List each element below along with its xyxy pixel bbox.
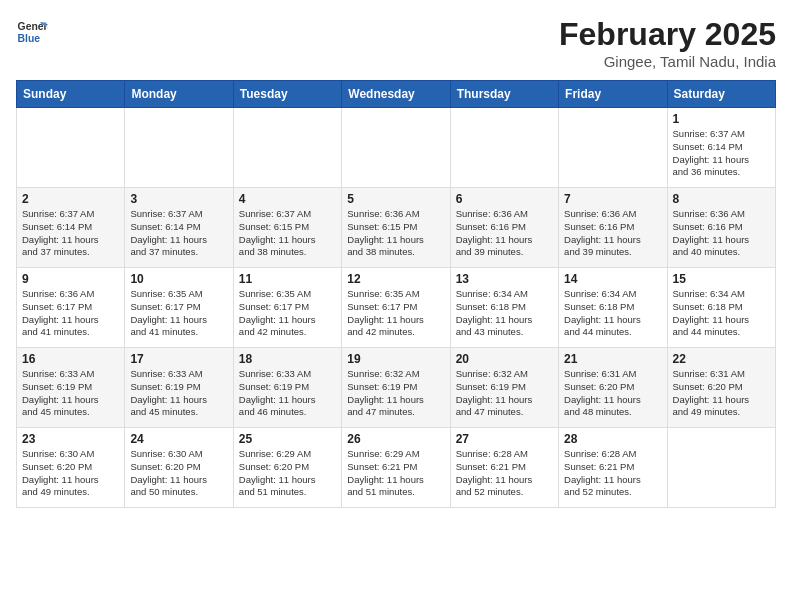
calendar-title: February 2025 [559, 16, 776, 53]
calendar-cell-w4-d4: 27Sunrise: 6:28 AM Sunset: 6:21 PM Dayli… [450, 428, 558, 508]
logo-icon: General Blue [16, 16, 48, 48]
day-number: 1 [673, 112, 770, 126]
calendar-cell-w2-d1: 10Sunrise: 6:35 AM Sunset: 6:17 PM Dayli… [125, 268, 233, 348]
weekday-header-monday: Monday [125, 81, 233, 108]
calendar-cell-w1-d2: 4Sunrise: 6:37 AM Sunset: 6:15 PM Daylig… [233, 188, 341, 268]
day-info: Sunrise: 6:28 AM Sunset: 6:21 PM Dayligh… [564, 448, 661, 499]
weekday-header-tuesday: Tuesday [233, 81, 341, 108]
calendar-cell-w0-d4 [450, 108, 558, 188]
day-info: Sunrise: 6:36 AM Sunset: 6:16 PM Dayligh… [564, 208, 661, 259]
day-number: 28 [564, 432, 661, 446]
day-number: 12 [347, 272, 444, 286]
calendar-cell-w2-d2: 11Sunrise: 6:35 AM Sunset: 6:17 PM Dayli… [233, 268, 341, 348]
calendar-cell-w0-d2 [233, 108, 341, 188]
logo: General Blue [16, 16, 48, 48]
day-info: Sunrise: 6:36 AM Sunset: 6:17 PM Dayligh… [22, 288, 119, 339]
day-info: Sunrise: 6:36 AM Sunset: 6:15 PM Dayligh… [347, 208, 444, 259]
calendar-cell-w0-d5 [559, 108, 667, 188]
calendar-cell-w3-d1: 17Sunrise: 6:33 AM Sunset: 6:19 PM Dayli… [125, 348, 233, 428]
day-info: Sunrise: 6:36 AM Sunset: 6:16 PM Dayligh… [673, 208, 770, 259]
day-info: Sunrise: 6:33 AM Sunset: 6:19 PM Dayligh… [239, 368, 336, 419]
day-number: 6 [456, 192, 553, 206]
day-info: Sunrise: 6:35 AM Sunset: 6:17 PM Dayligh… [130, 288, 227, 339]
day-number: 14 [564, 272, 661, 286]
day-number: 24 [130, 432, 227, 446]
day-number: 17 [130, 352, 227, 366]
day-number: 25 [239, 432, 336, 446]
day-info: Sunrise: 6:30 AM Sunset: 6:20 PM Dayligh… [130, 448, 227, 499]
day-number: 3 [130, 192, 227, 206]
weekday-header-saturday: Saturday [667, 81, 775, 108]
calendar-subtitle: Gingee, Tamil Nadu, India [559, 53, 776, 70]
day-info: Sunrise: 6:30 AM Sunset: 6:20 PM Dayligh… [22, 448, 119, 499]
day-info: Sunrise: 6:35 AM Sunset: 6:17 PM Dayligh… [239, 288, 336, 339]
week-row-2: 9Sunrise: 6:36 AM Sunset: 6:17 PM Daylig… [17, 268, 776, 348]
calendar-cell-w1-d1: 3Sunrise: 6:37 AM Sunset: 6:14 PM Daylig… [125, 188, 233, 268]
day-info: Sunrise: 6:31 AM Sunset: 6:20 PM Dayligh… [673, 368, 770, 419]
week-row-3: 16Sunrise: 6:33 AM Sunset: 6:19 PM Dayli… [17, 348, 776, 428]
weekday-header-row: SundayMondayTuesdayWednesdayThursdayFrid… [17, 81, 776, 108]
day-number: 19 [347, 352, 444, 366]
calendar-cell-w4-d1: 24Sunrise: 6:30 AM Sunset: 6:20 PM Dayli… [125, 428, 233, 508]
day-number: 9 [22, 272, 119, 286]
day-info: Sunrise: 6:37 AM Sunset: 6:14 PM Dayligh… [22, 208, 119, 259]
day-number: 23 [22, 432, 119, 446]
calendar-cell-w1-d4: 6Sunrise: 6:36 AM Sunset: 6:16 PM Daylig… [450, 188, 558, 268]
calendar-cell-w1-d6: 8Sunrise: 6:36 AM Sunset: 6:16 PM Daylig… [667, 188, 775, 268]
week-row-0: 1Sunrise: 6:37 AM Sunset: 6:14 PM Daylig… [17, 108, 776, 188]
title-area: February 2025 Gingee, Tamil Nadu, India [559, 16, 776, 70]
page-header: General Blue February 2025 Gingee, Tamil… [16, 16, 776, 70]
svg-text:Blue: Blue [18, 33, 41, 44]
calendar-cell-w2-d6: 15Sunrise: 6:34 AM Sunset: 6:18 PM Dayli… [667, 268, 775, 348]
day-number: 27 [456, 432, 553, 446]
weekday-header-sunday: Sunday [17, 81, 125, 108]
calendar-cell-w4-d3: 26Sunrise: 6:29 AM Sunset: 6:21 PM Dayli… [342, 428, 450, 508]
calendar-cell-w3-d6: 22Sunrise: 6:31 AM Sunset: 6:20 PM Dayli… [667, 348, 775, 428]
day-number: 16 [22, 352, 119, 366]
day-info: Sunrise: 6:29 AM Sunset: 6:21 PM Dayligh… [347, 448, 444, 499]
day-number: 13 [456, 272, 553, 286]
calendar-cell-w4-d0: 23Sunrise: 6:30 AM Sunset: 6:20 PM Dayli… [17, 428, 125, 508]
calendar-cell-w2-d5: 14Sunrise: 6:34 AM Sunset: 6:18 PM Dayli… [559, 268, 667, 348]
calendar-cell-w4-d5: 28Sunrise: 6:28 AM Sunset: 6:21 PM Dayli… [559, 428, 667, 508]
weekday-header-wednesday: Wednesday [342, 81, 450, 108]
calendar-cell-w1-d0: 2Sunrise: 6:37 AM Sunset: 6:14 PM Daylig… [17, 188, 125, 268]
day-info: Sunrise: 6:32 AM Sunset: 6:19 PM Dayligh… [347, 368, 444, 419]
calendar-cell-w2-d0: 9Sunrise: 6:36 AM Sunset: 6:17 PM Daylig… [17, 268, 125, 348]
day-number: 18 [239, 352, 336, 366]
calendar-cell-w1-d5: 7Sunrise: 6:36 AM Sunset: 6:16 PM Daylig… [559, 188, 667, 268]
calendar-cell-w0-d6: 1Sunrise: 6:37 AM Sunset: 6:14 PM Daylig… [667, 108, 775, 188]
day-info: Sunrise: 6:34 AM Sunset: 6:18 PM Dayligh… [456, 288, 553, 339]
day-number: 26 [347, 432, 444, 446]
calendar-cell-w3-d4: 20Sunrise: 6:32 AM Sunset: 6:19 PM Dayli… [450, 348, 558, 428]
day-info: Sunrise: 6:33 AM Sunset: 6:19 PM Dayligh… [22, 368, 119, 419]
calendar-cell-w0-d3 [342, 108, 450, 188]
day-info: Sunrise: 6:34 AM Sunset: 6:18 PM Dayligh… [673, 288, 770, 339]
weekday-header-thursday: Thursday [450, 81, 558, 108]
day-number: 20 [456, 352, 553, 366]
day-info: Sunrise: 6:28 AM Sunset: 6:21 PM Dayligh… [456, 448, 553, 499]
day-info: Sunrise: 6:36 AM Sunset: 6:16 PM Dayligh… [456, 208, 553, 259]
week-row-1: 2Sunrise: 6:37 AM Sunset: 6:14 PM Daylig… [17, 188, 776, 268]
day-number: 15 [673, 272, 770, 286]
calendar-cell-w3-d2: 18Sunrise: 6:33 AM Sunset: 6:19 PM Dayli… [233, 348, 341, 428]
day-number: 22 [673, 352, 770, 366]
day-info: Sunrise: 6:37 AM Sunset: 6:14 PM Dayligh… [673, 128, 770, 179]
day-info: Sunrise: 6:35 AM Sunset: 6:17 PM Dayligh… [347, 288, 444, 339]
day-number: 7 [564, 192, 661, 206]
day-number: 4 [239, 192, 336, 206]
day-number: 2 [22, 192, 119, 206]
calendar-cell-w3-d5: 21Sunrise: 6:31 AM Sunset: 6:20 PM Dayli… [559, 348, 667, 428]
day-info: Sunrise: 6:34 AM Sunset: 6:18 PM Dayligh… [564, 288, 661, 339]
calendar-cell-w2-d4: 13Sunrise: 6:34 AM Sunset: 6:18 PM Dayli… [450, 268, 558, 348]
calendar-cell-w1-d3: 5Sunrise: 6:36 AM Sunset: 6:15 PM Daylig… [342, 188, 450, 268]
day-number: 5 [347, 192, 444, 206]
calendar-table: SundayMondayTuesdayWednesdayThursdayFrid… [16, 80, 776, 508]
calendar-cell-w3-d3: 19Sunrise: 6:32 AM Sunset: 6:19 PM Dayli… [342, 348, 450, 428]
day-number: 11 [239, 272, 336, 286]
day-info: Sunrise: 6:33 AM Sunset: 6:19 PM Dayligh… [130, 368, 227, 419]
calendar-cell-w0-d1 [125, 108, 233, 188]
weekday-header-friday: Friday [559, 81, 667, 108]
day-info: Sunrise: 6:32 AM Sunset: 6:19 PM Dayligh… [456, 368, 553, 419]
day-info: Sunrise: 6:37 AM Sunset: 6:14 PM Dayligh… [130, 208, 227, 259]
